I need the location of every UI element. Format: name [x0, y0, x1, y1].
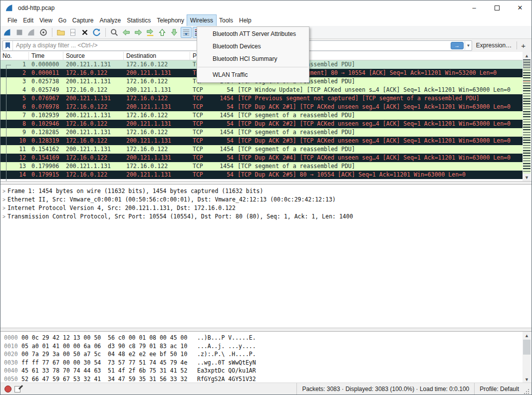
reload-file-icon[interactable]: [91, 27, 102, 38]
start-capture-icon[interactable]: [2, 27, 13, 38]
hex-line[interactable]: 002000 7a 29 3a 00 50 a7 5c 04 48 e2 e2 …: [0, 350, 532, 359]
expander-icon[interactable]: >: [0, 187, 7, 196]
menu-item-bluetooth-hci-summary[interactable]: Bluetooth HCI Summary: [197, 53, 309, 65]
scroll-up-arrow-icon[interactable]: ▲: [523, 332, 531, 339]
stop-capture-icon[interactable]: [14, 27, 25, 38]
hex-bytes: 45 61 33 78 70 74 44 63 51 4f 2f 6b 75 3…: [21, 367, 197, 375]
hex-bytes: 52 66 47 59 67 53 32 41 34 47 59 35 31 5…: [21, 375, 197, 384]
packet-row[interactable]: 70.102939200.121.1.131172.16.0.122TCP145…: [0, 111, 523, 120]
expander-icon[interactable]: >: [0, 204, 7, 212]
menu-wireless[interactable]: Wireless: [187, 15, 216, 26]
filter-bookmark-button[interactable]: [3, 41, 13, 50]
menu-item-wlan-traffic[interactable]: WLAN Traffic: [197, 69, 309, 81]
expert-info-icon[interactable]: [4, 386, 11, 393]
hex-line[interactable]: 001005 a0 01 41 00 00 6a 06 d3 90 c8 79 …: [0, 342, 532, 351]
filter-dropdown-caret[interactable]: ▼: [465, 41, 472, 50]
close-button[interactable]: ✕: [509, 0, 532, 15]
hex-dump-pane: 000000 0c 29 42 12 13 00 50 56 c0 00 01 …: [0, 332, 532, 383]
minimize-button[interactable]: –: [463, 0, 486, 15]
scrollbar-minimap[interactable]: [523, 59, 531, 174]
hex-line[interactable]: 000000 0c 29 42 12 13 00 50 56 c0 00 01 …: [0, 334, 532, 342]
related-packet-line: [6, 65, 6, 181]
menu-item-bluetooth-devices[interactable]: Bluetooth Devices: [197, 40, 309, 53]
menu-capture[interactable]: Capture: [69, 15, 97, 26]
resize-grip[interactable]: [524, 388, 530, 394]
expander-icon[interactable]: >: [0, 196, 7, 204]
menu-view[interactable]: View: [36, 15, 55, 26]
packet-row[interactable]: 90.128285200.121.1.131172.16.0.122TCP145…: [0, 128, 523, 137]
hex-line[interactable]: 004045 61 33 78 70 74 44 63 51 4f 2f 6b …: [0, 367, 532, 375]
cell-length: 54: [216, 137, 234, 145]
scroll-down-arrow-icon[interactable]: ▼: [523, 376, 531, 383]
packet-row[interactable]: 40.025749172.16.0.122200.121.1.131TCP54[…: [0, 86, 523, 94]
column-header-destination[interactable]: Destination: [124, 52, 190, 60]
detail-line[interactable]: >Transmission Control Protocol, Src Port…: [0, 212, 532, 221]
capture-options-icon[interactable]: [38, 27, 49, 38]
close-file-icon[interactable]: [79, 27, 90, 38]
menu-help[interactable]: Help: [236, 15, 255, 26]
menu-statistics[interactable]: Statistics: [124, 15, 154, 26]
cell-source: 172.16.0.122: [63, 171, 124, 179]
detail-line[interactable]: >Ethernet II, Src: Vmware_c0:00:01 (00:5…: [0, 196, 532, 204]
menu-go[interactable]: Go: [55, 15, 69, 26]
open-file-icon[interactable]: [55, 27, 66, 38]
cell-destination: 172.16.0.122: [124, 60, 190, 69]
expander-icon[interactable]: >: [0, 212, 7, 221]
go-back-icon[interactable]: [121, 27, 132, 38]
hex-offset: 0030: [0, 359, 21, 367]
go-up-icon[interactable]: [157, 27, 168, 38]
packet-row[interactable]: 140.179915172.16.0.122200.121.1.131TCP54…: [0, 171, 523, 179]
packet-list-scrollbar[interactable]: ▲ ▼: [523, 52, 531, 181]
column-header-no[interactable]: No.: [0, 52, 29, 60]
profile-label[interactable]: Profile: Default: [474, 383, 524, 395]
packet-row[interactable]: 130.179906200.121.1.131172.16.0.122TCP14…: [0, 162, 523, 171]
hex-scrollbar[interactable]: ▲ ▼: [523, 332, 531, 383]
packet-row[interactable]: 80.102946172.16.0.122200.121.1.131TCP54[…: [0, 120, 523, 128]
go-to-packet-icon[interactable]: [145, 27, 156, 38]
menu-item-bluetooth-att-server-attributes[interactable]: Bluetooth ATT Server Attributes: [197, 28, 309, 40]
cell-time: 0.000011: [29, 69, 63, 77]
save-file-icon[interactable]: 010: [67, 27, 78, 38]
cell-source: 172.16.0.122: [63, 103, 124, 111]
cell-no: 6: [0, 103, 29, 111]
cell-info: [TCP segment of a reassembled PDU]: [234, 145, 523, 154]
pane-splitter[interactable]: [0, 328, 532, 332]
cell-protocol: TCP: [190, 111, 216, 120]
menu-telephony[interactable]: Telephony: [154, 15, 187, 26]
cell-destination: 172.16.0.122: [124, 145, 190, 154]
hex-ascii: ..wg..0T sWwQtEyN: [197, 359, 256, 367]
column-header-source[interactable]: Source: [63, 52, 124, 60]
capture-comment-icon[interactable]: [14, 385, 22, 393]
menu-file[interactable]: File: [4, 15, 20, 26]
colorize-packets-icon[interactable]: [181, 27, 192, 38]
hex-line[interactable]: 0030ff ff 77 67 00 00 30 54 73 57 77 51 …: [0, 359, 532, 367]
menu-tools[interactable]: Tools: [216, 15, 236, 26]
detail-line[interactable]: >Frame 1: 1454 bytes on wire (11632 bits…: [0, 187, 532, 196]
detail-line[interactable]: >Internet Protocol Version 4, Src: 200.1…: [0, 204, 532, 212]
go-down-icon[interactable]: [169, 27, 180, 38]
packet-row[interactable]: 60.076978172.16.0.122200.121.1.131TCP54[…: [0, 103, 523, 111]
column-header-time[interactable]: Time: [29, 52, 63, 60]
expression-button[interactable]: Expression…: [472, 42, 516, 49]
scroll-up-arrow-icon[interactable]: ▲: [523, 52, 531, 59]
packet-row[interactable]: 100.128319172.16.0.122200.121.1.131TCP54…: [0, 137, 523, 145]
packet-row[interactable]: 50.076967200.121.1.131172.16.0.122TCP145…: [0, 94, 523, 103]
hex-line[interactable]: 005052 66 47 59 67 53 32 41 34 47 59 35 …: [0, 375, 532, 384]
restart-capture-icon[interactable]: [26, 27, 37, 38]
menu-edit[interactable]: Edit: [20, 15, 36, 26]
cell-time: 0.102939: [29, 111, 63, 120]
find-packet-icon[interactable]: [109, 27, 120, 38]
menu-analyze[interactable]: Analyze: [97, 15, 124, 26]
cell-destination: 172.16.0.122: [124, 162, 190, 171]
cell-time: 0.025749: [29, 86, 63, 94]
go-forward-icon[interactable]: [133, 27, 144, 38]
packet-row[interactable]: 110.154162200.121.1.131172.16.0.122TCP14…: [0, 145, 523, 154]
scrollbar-thumb[interactable]: [523, 60, 531, 68]
apply-filter-button[interactable]: →: [451, 42, 464, 49]
add-filter-button[interactable]: +: [518, 41, 530, 50]
scrollbar-thumb[interactable]: [523, 340, 531, 355]
scroll-down-arrow-icon[interactable]: ▼: [523, 174, 531, 181]
packet-row[interactable]: 120.154169172.16.0.122200.121.1.131TCP54…: [0, 154, 523, 162]
cell-protocol: TCP: [190, 137, 216, 145]
maximize-button[interactable]: [486, 0, 509, 15]
